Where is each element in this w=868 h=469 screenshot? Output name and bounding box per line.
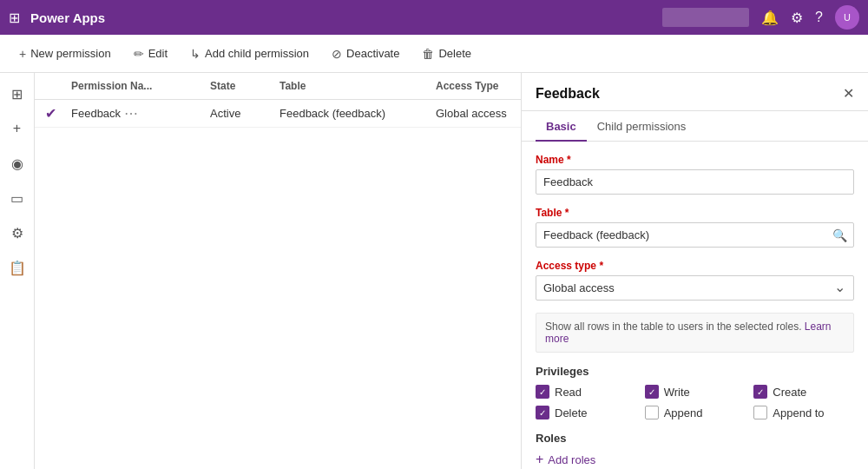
- bell-icon[interactable]: 🔔: [761, 10, 779, 26]
- sidebar-icon-notes[interactable]: 📋: [3, 254, 31, 281]
- add-roles-button[interactable]: + Add roles: [536, 452, 854, 467]
- sidebar-icon-add[interactable]: +: [3, 115, 31, 142]
- create-checkbox[interactable]: ✓: [753, 385, 767, 399]
- app-title: Power Apps: [30, 10, 655, 25]
- privilege-read: ✓ Read: [536, 385, 636, 399]
- edit-button[interactable]: ✏ Edit: [125, 43, 176, 65]
- table-header: Permission Na... State Table Access Type…: [35, 73, 521, 100]
- privilege-delete: ✓ Delete: [536, 406, 636, 419]
- main-content: ⊞ + ◉ ▭ ⚙ 📋 Permission Na... State Table…: [0, 73, 868, 469]
- name-label: Name *: [536, 154, 854, 166]
- col-permission-name: Permission Na...: [71, 80, 210, 92]
- name-input[interactable]: [536, 169, 854, 195]
- privilege-create: ✓ Create: [753, 385, 854, 399]
- row-table: Feedback (feedback): [279, 107, 436, 120]
- sidebar: ⊞ + ◉ ▭ ⚙ 📋: [0, 73, 35, 469]
- privilege-write: ✓ Write: [645, 385, 746, 399]
- settings-icon[interactable]: ⚙: [791, 10, 803, 26]
- privilege-append: Append: [645, 406, 746, 419]
- access-type-label: Access type *: [536, 260, 854, 272]
- col-check: [45, 80, 71, 92]
- table-field-group: Table * 🔍: [536, 207, 854, 248]
- privileges-grid: ✓ Read ✓ Write ✓ Create ✓ Delete: [536, 385, 854, 419]
- sidebar-icon-table[interactable]: ▭: [3, 184, 31, 212]
- roles-section: Roles + Add roles 👥 Administrators ⋯ 👥 A…: [536, 432, 854, 469]
- new-permission-button[interactable]: + New permission: [10, 43, 120, 65]
- table-label: Table *: [536, 207, 854, 219]
- row-permission-name: Feedback ⋯: [71, 105, 210, 122]
- table-input-wrapper: 🔍: [536, 222, 854, 248]
- avatar[interactable]: U: [835, 5, 859, 30]
- delete-icon: 🗑: [422, 47, 434, 61]
- col-access-type: Access Type: [436, 80, 521, 92]
- deactivate-icon: ⊘: [332, 47, 342, 61]
- append-checkbox[interactable]: [645, 406, 659, 419]
- delete-checkbox[interactable]: ✓: [536, 406, 549, 419]
- access-type-select[interactable]: Global access Deep Local Basic: [536, 275, 854, 301]
- append-to-checkbox[interactable]: [753, 406, 767, 419]
- deactivate-button[interactable]: ⊘ Deactivate: [323, 43, 408, 65]
- panel-title: Feedback: [536, 86, 600, 102]
- table-area: Permission Na... State Table Access Type…: [35, 73, 521, 469]
- row-check-icon: ✔: [45, 105, 71, 122]
- name-field-group: Name *: [536, 154, 854, 195]
- row-more-icon[interactable]: ⋯: [124, 105, 138, 122]
- panel-body: Name * Table * 🔍 Access type *: [522, 142, 868, 469]
- close-button[interactable]: ✕: [843, 85, 854, 102]
- right-panel: Feedback ✕ Basic Child permissions Name …: [521, 73, 868, 469]
- add-icon: +: [19, 47, 26, 61]
- panel-header: Feedback ✕: [522, 73, 868, 111]
- read-checkbox[interactable]: ✓: [536, 385, 549, 399]
- add-child-permission-button[interactable]: ↳ Add child permission: [181, 43, 318, 65]
- edit-icon: ✏: [134, 47, 144, 61]
- tab-child-permissions[interactable]: Child permissions: [587, 111, 697, 142]
- sidebar-icon-settings[interactable]: ⚙: [3, 219, 31, 247]
- privileges-section: Privileges ✓ Read ✓ Write ✓ Create: [536, 365, 854, 419]
- privileges-title: Privileges: [536, 365, 854, 378]
- topbar-actions: 🔔 ⚙ ? U: [662, 5, 859, 30]
- topbar: ⊞ Power Apps 🔔 ⚙ ? U: [0, 0, 868, 35]
- roles-title: Roles: [536, 432, 854, 445]
- child-add-icon: ↳: [190, 47, 201, 61]
- panel-tabs: Basic Child permissions: [522, 111, 868, 142]
- privilege-append-to: Append to: [753, 406, 854, 419]
- write-checkbox[interactable]: ✓: [645, 385, 659, 399]
- col-table: Table: [279, 80, 436, 92]
- table-input[interactable]: [536, 222, 854, 248]
- search-icon: 🔍: [832, 228, 847, 242]
- toolbar: + New permission ✏ Edit ↳ Add child perm…: [0, 35, 868, 73]
- help-icon[interactable]: ?: [815, 10, 823, 25]
- tab-basic[interactable]: Basic: [536, 111, 587, 142]
- row-state: Active: [210, 107, 279, 120]
- sidebar-icon-info[interactable]: ◉: [3, 149, 31, 177]
- access-type-field-group: Access type * Global access Deep Local B…: [536, 260, 854, 301]
- col-state: State: [210, 80, 279, 92]
- row-access-type: Global access: [436, 107, 521, 120]
- grid-icon: ⊞: [9, 10, 20, 26]
- delete-button[interactable]: 🗑 Delete: [413, 43, 480, 65]
- info-box: Show all rows in the table to users in t…: [536, 313, 854, 353]
- table-row[interactable]: ✔ Feedback ⋯ Active Feedback (feedback) …: [35, 100, 521, 128]
- sidebar-icon-home[interactable]: ⊞: [3, 80, 31, 108]
- access-type-select-wrapper: Global access Deep Local Basic: [536, 275, 854, 301]
- add-roles-plus-icon: +: [536, 452, 543, 467]
- search-box[interactable]: [662, 8, 749, 27]
